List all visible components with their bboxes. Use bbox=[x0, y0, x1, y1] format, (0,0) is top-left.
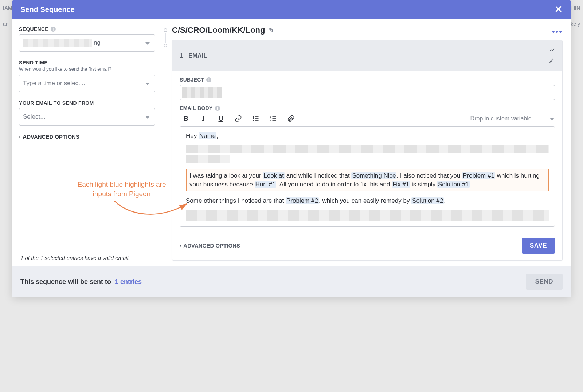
sendtime-label: SEND TIME bbox=[19, 60, 155, 66]
chevron-right-icon: › bbox=[180, 243, 181, 248]
sequence-select[interactable]: ng bbox=[19, 34, 155, 52]
redacted-block bbox=[186, 155, 230, 163]
info-icon[interactable]: i bbox=[206, 77, 211, 82]
email-body-editor[interactable]: Hey Name, I was taking a look at your Lo… bbox=[180, 126, 555, 227]
sequence-label: SEQUENCE i bbox=[19, 26, 155, 32]
advanced-options-toggle[interactable]: › ADVANCED OPTIONS bbox=[19, 134, 155, 140]
sendtime-sublabel: When would you like to send the first em… bbox=[19, 66, 155, 72]
var-problem-1: Problem #1 bbox=[462, 172, 495, 179]
custom-variable-select[interactable]: Drop in custom variable... bbox=[470, 115, 554, 123]
sendtime-placeholder: Type a time or select... bbox=[23, 80, 85, 87]
editor-toolbar: B I U 123 bbox=[180, 113, 555, 126]
var-solution-1: Solution #1 bbox=[437, 181, 470, 188]
link-icon[interactable] bbox=[234, 115, 242, 122]
attachment-icon[interactable] bbox=[287, 115, 295, 122]
analytics-icon[interactable] bbox=[549, 47, 555, 54]
info-icon[interactable]: i bbox=[51, 27, 56, 32]
timeline bbox=[162, 19, 169, 266]
var-problem-2: Problem #2 bbox=[286, 197, 319, 204]
send-button[interactable]: SEND bbox=[526, 274, 563, 290]
send-sequence-modal: Send Sequence ✕ SEQUENCE i ng SEND TIME … bbox=[12, 0, 571, 297]
chevron-down-icon[interactable] bbox=[145, 113, 150, 120]
edit-step-icon[interactable] bbox=[549, 57, 555, 64]
var-fix-1: Fix #1 bbox=[392, 181, 410, 188]
chevron-right-icon: › bbox=[19, 134, 20, 139]
svg-point-1 bbox=[253, 118, 254, 119]
sequence-value-suffix: ng bbox=[94, 39, 101, 47]
redacted-block bbox=[186, 210, 549, 221]
step-header: 1 - EMAIL bbox=[172, 40, 562, 71]
bold-icon[interactable]: B bbox=[182, 115, 190, 123]
chevron-down-icon[interactable] bbox=[145, 80, 150, 87]
highlighted-paragraph: I was taking a look at your Look at and … bbox=[186, 169, 549, 191]
chevron-down-icon bbox=[550, 115, 554, 122]
modal-title: Send Sequence bbox=[20, 5, 75, 14]
sequence-name: C/S/CRO/Loom/KK/Long bbox=[172, 25, 265, 35]
underline-icon[interactable]: U bbox=[217, 115, 225, 123]
redacted-block bbox=[23, 39, 92, 47]
footer-entries-link[interactable]: 1 entries bbox=[115, 278, 142, 285]
svg-text:3: 3 bbox=[270, 119, 271, 122]
close-icon[interactable]: ✕ bbox=[554, 4, 563, 15]
var-lookat: Look at bbox=[263, 172, 285, 179]
subject-label: SUBJECT i bbox=[180, 77, 555, 83]
edit-icon[interactable]: ✎ bbox=[269, 26, 274, 34]
from-label: YOUR EMAIL TO SEND FROM bbox=[19, 100, 155, 106]
valid-email-note: 1 of the 1 selected entries have a valid… bbox=[20, 255, 130, 261]
redacted-block bbox=[182, 87, 222, 98]
body-label: EMAIL BODY i bbox=[180, 105, 555, 111]
modal-footer: This sequence will be sent to 1 entries … bbox=[12, 266, 571, 297]
svg-point-2 bbox=[253, 120, 254, 121]
body-line-greeting: Hey Name, bbox=[186, 132, 549, 140]
step-label: 1 - EMAIL bbox=[180, 52, 207, 59]
left-pane: SEQUENCE i ng SEND TIME When would you l… bbox=[12, 19, 162, 266]
step-card-1: 1 - EMAIL SUBJECT i bbox=[172, 40, 563, 261]
svg-point-0 bbox=[253, 116, 254, 118]
timeline-dot bbox=[164, 44, 167, 47]
var-name: Name bbox=[199, 132, 216, 139]
info-icon[interactable]: i bbox=[215, 106, 220, 111]
var-hurt-1: Hurt #1 bbox=[255, 181, 277, 188]
italic-icon[interactable]: I bbox=[199, 115, 207, 123]
var-solution-2: Solution #2 bbox=[411, 197, 444, 204]
timeline-dot bbox=[164, 28, 167, 32]
from-select[interactable]: Select... bbox=[19, 108, 155, 126]
redacted-block bbox=[186, 145, 549, 153]
more-options-icon[interactable]: ••• bbox=[552, 27, 563, 36]
advanced-options-step-toggle[interactable]: › ADVANCED OPTIONS bbox=[180, 242, 240, 249]
modal-header: Send Sequence ✕ bbox=[12, 0, 571, 19]
sendtime-select[interactable]: Type a time or select... bbox=[19, 75, 155, 92]
chevron-down-icon[interactable] bbox=[145, 39, 150, 47]
footer-prefix: This sequence will be sent to bbox=[20, 278, 111, 285]
subject-input[interactable] bbox=[180, 85, 555, 100]
bullet-list-icon[interactable] bbox=[252, 115, 260, 122]
save-button[interactable]: SAVE bbox=[522, 238, 555, 254]
numbered-list-icon[interactable]: 123 bbox=[269, 115, 277, 122]
from-placeholder: Select... bbox=[23, 113, 45, 120]
right-pane: C/S/CRO/Loom/KK/Long ✎ ••• 1 - EMAIL bbox=[169, 19, 571, 266]
var-something-nice: Something Nice bbox=[351, 172, 396, 179]
